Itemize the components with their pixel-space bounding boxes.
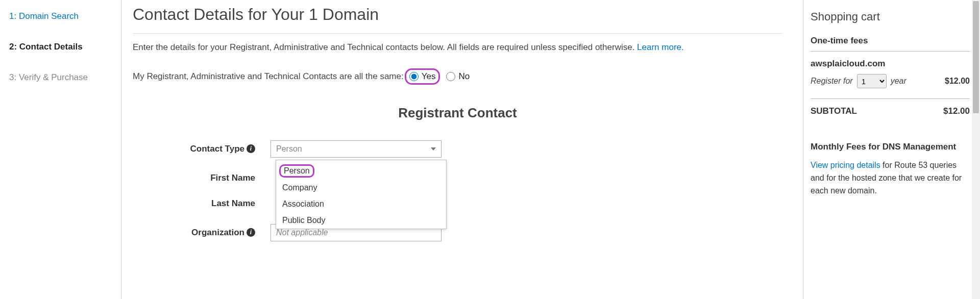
one-time-fees-label: One-time fees <box>811 36 970 46</box>
title-divider <box>133 33 782 34</box>
intro-text: Enter the details for your Registrant, A… <box>133 41 782 54</box>
contact-type-selected-value: Person <box>276 144 302 154</box>
view-pricing-link[interactable]: View pricing details <box>811 161 880 169</box>
contacts-same-row: My Registrant, Administrative and Techni… <box>133 68 782 85</box>
row-first-name: First Name <box>133 173 782 183</box>
label-contact-type-text: Contact Type <box>190 144 244 154</box>
main-content: Contact Details for Your 1 Domain Enter … <box>121 0 803 299</box>
register-for-label: Register for <box>811 77 853 86</box>
row-last-name: Last Name <box>133 198 782 209</box>
dropdown-option-public-body[interactable]: Public Body <box>276 212 446 229</box>
label-last-name-text: Last Name <box>211 198 255 209</box>
info-icon[interactable]: i <box>247 144 255 153</box>
step-contact-details[interactable]: 2: Contact Details <box>9 42 112 52</box>
cart-divider <box>811 51 970 52</box>
page-title: Contact Details for Your 1 Domain <box>133 5 782 24</box>
chevron-down-icon <box>431 147 436 151</box>
organization-placeholder: Not applicable <box>276 228 328 237</box>
radio-no[interactable] <box>446 72 455 81</box>
label-contact-type: Contact Type i <box>158 144 260 154</box>
contacts-same-label: My Registrant, Administrative and Techni… <box>133 71 404 82</box>
cart-divider <box>811 98 970 99</box>
dropdown-option-company[interactable]: Company <box>276 180 446 196</box>
year-label: year <box>891 77 906 86</box>
subtotal-label: SUBTOTAL <box>811 106 857 116</box>
shopping-cart-sidebar: Shopping cart One-time fees awsplaicloud… <box>803 0 980 299</box>
domain-price: $12.00 <box>945 77 970 86</box>
label-first-name-text: First Name <box>210 173 255 183</box>
radio-yes[interactable] <box>409 72 419 81</box>
contact-type-select[interactable]: Person <box>271 140 442 158</box>
scrollbar-thumb[interactable] <box>973 1 979 113</box>
register-years-select[interactable]: 1 <box>857 74 887 88</box>
contact-type-dropdown: Person Company Association Public Body <box>276 160 447 229</box>
step-domain-search[interactable]: 1: Domain Search <box>9 11 112 21</box>
row-organization: Organization i Not applicable <box>133 224 782 241</box>
label-organization: Organization i <box>158 228 260 238</box>
wizard-steps-sidebar: 1: Domain Search 2: Contact Details 3: V… <box>0 0 121 299</box>
cart-domain-name: awsplaicloud.com <box>811 59 970 69</box>
register-row: Register for 1 year $12.00 <box>811 74 970 88</box>
radio-no-label: No <box>458 71 470 82</box>
monthly-fees-label: Monthly Fees for DNS Management <box>811 142 970 152</box>
row-contact-type: Contact Type i Person <box>133 140 782 158</box>
subtotal-row: SUBTOTAL $12.00 <box>811 106 970 116</box>
label-first-name: First Name <box>158 173 260 183</box>
intro-body: Enter the details for your Registrant, A… <box>133 42 637 52</box>
step-verify-purchase: 3: Verify & Purchase <box>9 72 112 83</box>
highlight-yes-radio: Yes <box>405 68 440 85</box>
subtotal-price: $12.00 <box>943 106 970 116</box>
highlight-person-option: Person <box>279 164 314 178</box>
pricing-details-text: View pricing details for Route 53 querie… <box>811 159 970 197</box>
scrollbar-track[interactable] <box>972 0 980 299</box>
label-organization-text: Organization <box>191 228 244 238</box>
cart-title: Shopping cart <box>811 10 970 23</box>
dropdown-option-person[interactable]: Person <box>284 166 310 175</box>
learn-more-link[interactable]: Learn more. <box>637 42 684 52</box>
label-last-name: Last Name <box>158 198 260 209</box>
radio-yes-label: Yes <box>422 71 436 82</box>
info-icon[interactable]: i <box>247 228 255 237</box>
dropdown-option-association[interactable]: Association <box>276 196 446 212</box>
registrant-contact-heading: Registrant Contact <box>133 105 782 121</box>
